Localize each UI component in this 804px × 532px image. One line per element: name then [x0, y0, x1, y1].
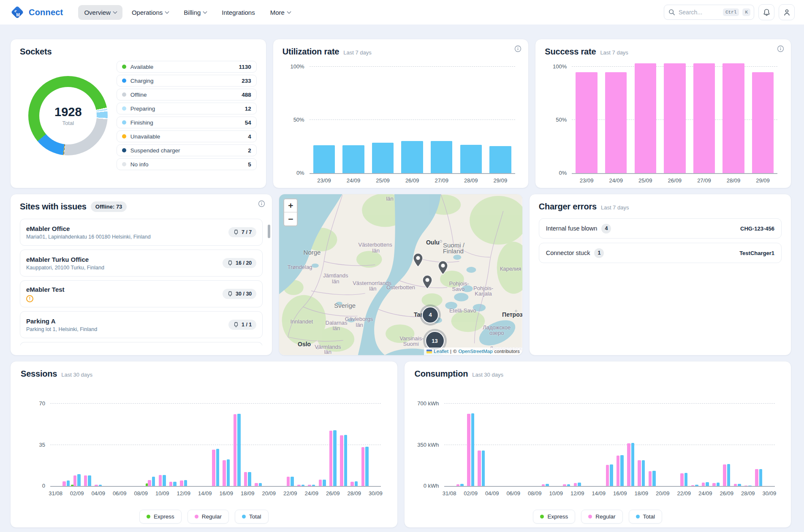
status-label: No info — [130, 161, 244, 168]
nav-item-label: Overview — [84, 9, 111, 16]
y-tick-label: 0 — [21, 483, 45, 489]
utilization-title: Utilization rate — [282, 47, 340, 57]
map-pin-marker[interactable] — [438, 261, 448, 277]
legend-label: Express — [154, 513, 174, 520]
bar-regular — [297, 485, 301, 486]
x-axis-line — [50, 486, 381, 487]
bar-value — [313, 145, 335, 173]
nav-item-billing[interactable]: Billing — [178, 5, 212, 20]
legend-toggle-regular[interactable]: Regular — [187, 510, 229, 524]
status-color-dot — [122, 134, 126, 138]
charger-errors-card: Charger errors Last 7 days Internal fuse… — [529, 194, 791, 356]
y-tick-label: 50% — [282, 117, 304, 123]
bar-total — [738, 484, 741, 486]
success-rate-chart[interactable]: 0%50%100%23/0924/0925/0926/0927/0928/092… — [545, 59, 782, 186]
search-input[interactable] — [679, 9, 720, 16]
map[interactable] — [279, 194, 522, 355]
info-icon[interactable] — [777, 45, 784, 54]
utilization-chart[interactable]: 0%50%100%23/0924/0925/0926/0927/0928/092… — [282, 59, 519, 186]
app-logo-icon: e M — [9, 4, 25, 20]
notifications-button[interactable] — [758, 4, 774, 20]
status-count: 2 — [248, 147, 251, 154]
nav-item-operations[interactable]: Operations — [126, 5, 174, 20]
bar-total — [578, 483, 581, 486]
map-pin-marker[interactable] — [413, 253, 424, 269]
user-icon — [783, 8, 791, 16]
bar-value — [664, 63, 685, 173]
gridline — [310, 66, 515, 67]
bar-total — [88, 475, 91, 486]
bar-regular — [95, 485, 98, 486]
brand-name: Connect — [29, 8, 63, 17]
bar-regular — [638, 460, 641, 486]
bar-regular — [702, 483, 705, 486]
bar-total — [291, 477, 294, 486]
bar-total — [652, 471, 656, 486]
main-nav: OverviewOperationsBillingIntegrationsMor… — [78, 5, 296, 20]
charger-error-row[interactable]: Connector stuck1TestCharger1 — [539, 243, 782, 263]
bar-regular — [73, 475, 77, 486]
sockets-total-label: Total — [62, 120, 74, 126]
socket-count: 30 / 30 — [236, 291, 252, 297]
legend-toggle-total[interactable]: Total — [235, 510, 269, 524]
x-axis-line — [310, 173, 515, 174]
charger-error-row[interactable]: Internal fuse blown4CHG-123-456 — [539, 218, 782, 239]
socket-status-row: Preparing12 — [117, 103, 257, 114]
legend-toggle-express[interactable]: Express — [139, 510, 182, 524]
bar-total — [567, 484, 570, 486]
bar-regular — [734, 484, 737, 486]
site-list-item[interactable]: eMabler Turku OfficeKauppatori, 20100 Tu… — [20, 250, 263, 277]
leaflet-link[interactable]: Leaflet — [434, 349, 448, 354]
info-icon[interactable] — [514, 45, 522, 54]
nav-item-integrations[interactable]: Integrations — [216, 5, 261, 20]
x-tick-label: 24/09 — [341, 177, 366, 184]
zoom-in-button[interactable]: + — [284, 199, 297, 212]
bar-regular — [563, 484, 566, 486]
nav-item-more[interactable]: More — [264, 5, 296, 20]
zoom-out-button[interactable]: − — [284, 212, 297, 225]
cluster-marker[interactable]: 4 — [420, 304, 441, 326]
site-list-item-partial[interactable] — [20, 342, 263, 345]
bar-value — [342, 145, 364, 173]
legend-color-dot — [242, 515, 246, 518]
status-color-dot — [122, 79, 126, 83]
info-icon[interactable] — [258, 200, 265, 209]
osm-link[interactable]: OpenStreetMap — [458, 349, 492, 354]
status-color-dot — [122, 106, 126, 111]
sockets-donut-chart[interactable]: 1928 Total — [28, 76, 108, 155]
sessions-title: Sessions — [21, 369, 57, 379]
site-list-item[interactable]: Parking AParking lot 1, Helsinki, Finlan… — [20, 311, 263, 338]
scrollbar-thumb[interactable] — [268, 225, 270, 238]
legend-toggle-regular[interactable]: Regular — [581, 510, 622, 524]
nav-item-label: Billing — [184, 9, 201, 16]
y-tick-label: 0 kWh — [415, 483, 439, 489]
bar-regular — [478, 451, 481, 486]
nav-item-overview[interactable]: Overview — [78, 5, 122, 20]
connector-icon — [227, 260, 233, 266]
gridline — [444, 403, 775, 404]
account-button[interactable] — [779, 4, 795, 20]
socket-count-badge: 30 / 30 — [223, 289, 256, 299]
bar-total — [748, 486, 752, 486]
consumption-chart[interactable]: 0 kWh350 kWh700 kWh31/0802/0904/0906/090… — [415, 390, 781, 500]
socket-status-row: Suspended charger2 — [117, 144, 257, 156]
sessions-chart[interactable]: 0357031/0802/0904/0906/0908/0910/0912/09… — [21, 390, 387, 500]
legend-toggle-total[interactable]: Total — [629, 510, 663, 524]
search-box[interactable]: Ctrl K — [664, 5, 754, 20]
svg-text:M: M — [16, 13, 20, 17]
status-color-dot — [122, 65, 126, 69]
legend-toggle-express[interactable]: Express — [533, 510, 575, 524]
site-list-item[interactable]: eMabler Test!30 / 30 — [20, 280, 263, 307]
site-list-item[interactable]: eMabler OfficeMaria01, Lapinlahdenkatu 1… — [20, 219, 263, 246]
bar-regular — [691, 485, 695, 486]
brand[interactable]: e M Connect — [9, 4, 63, 20]
bar-total — [333, 430, 337, 486]
map-pin-marker[interactable] — [422, 275, 433, 291]
bar-regular — [755, 469, 758, 486]
bar-regular — [159, 475, 162, 486]
status-count: 4 — [248, 133, 251, 140]
bar-regular — [234, 414, 237, 486]
sockets-total: 1928 — [54, 105, 82, 119]
bar-total — [631, 443, 635, 486]
offline-count-badge: Offline: 73 — [91, 201, 127, 212]
